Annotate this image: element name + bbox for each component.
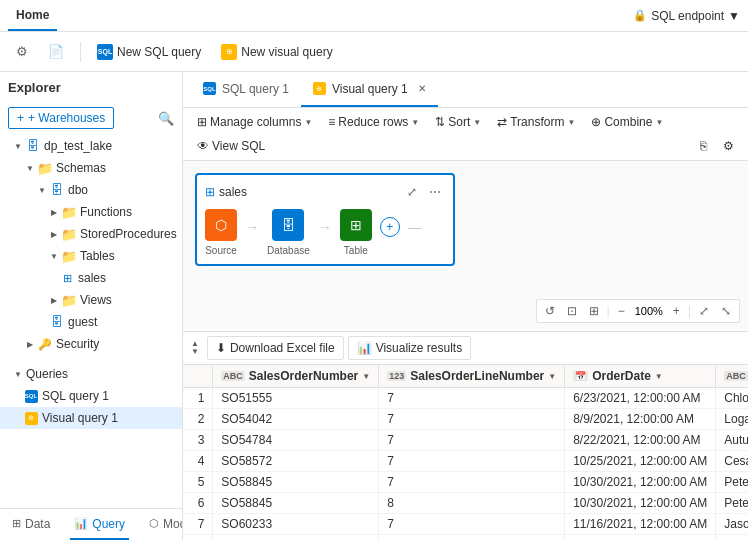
database-step-icon[interactable]: 🗄	[272, 209, 304, 241]
sort-icon[interactable]: ▼	[548, 372, 556, 381]
folder-icon: 📁	[62, 293, 76, 307]
new-sql-query-button[interactable]: SQL New SQL query	[89, 40, 209, 64]
settings-button[interactable]: ⚙	[8, 40, 36, 63]
chevron-down-icon: ▼	[24, 162, 36, 174]
download-excel-button[interactable]: ⬇ Download Excel file	[207, 336, 344, 360]
sort-button[interactable]: ⇅ Sort ▼	[429, 112, 487, 132]
row-number: 3	[183, 430, 213, 451]
sort-icon[interactable]: ▼	[655, 372, 663, 381]
row-number: 4	[183, 451, 213, 472]
add-step-button[interactable]: +	[380, 217, 400, 237]
add-warehouses-button[interactable]: + + Warehouses	[8, 107, 114, 129]
tree-item-dbo[interactable]: ▼ 🗄 dbo	[0, 179, 182, 201]
more-options-icon[interactable]: ⋯	[425, 183, 445, 201]
col-header-orderdate[interactable]: 📅 OrderDate ▼	[565, 365, 716, 388]
copy-icon: ⎘	[700, 139, 707, 153]
manage-columns-button[interactable]: ⊞ Manage columns ▼	[191, 112, 318, 132]
folder-icon: 📁	[62, 205, 76, 219]
search-icon[interactable]: 🔍	[158, 111, 174, 126]
fit-button[interactable]: ⊡	[563, 302, 581, 320]
home-tab[interactable]: Home	[8, 0, 57, 31]
row-number: 6	[183, 493, 213, 514]
col-header-customername[interactable]: ABC CustomerName ▼	[716, 365, 748, 388]
cell-customername: Autunin Li	[716, 430, 748, 451]
step-database: 🗄 Database	[267, 209, 310, 256]
collapse-arrows[interactable]: ▲ ▼	[191, 340, 199, 356]
expand-panel-button[interactable]: ⤡	[717, 302, 735, 320]
main-toolbar: ⚙ 📄 SQL New SQL query ⊕ New visual query	[0, 32, 748, 72]
tab-data[interactable]: ⊞ Data	[8, 509, 54, 540]
tab-model[interactable]: ⬡ Model	[145, 509, 183, 540]
tree-item-schemas[interactable]: ▼ 📁 Schemas	[0, 157, 182, 179]
collapse-down-icon[interactable]: ▼	[191, 348, 199, 356]
more-options-button[interactable]: ⎘	[694, 136, 713, 156]
combine-button[interactable]: ⊕ Combine ▼	[585, 112, 669, 132]
sort-icon[interactable]: ▼	[362, 372, 370, 381]
tree-item-sales[interactable]: ⊞ sales	[0, 267, 182, 289]
top-bar: Home 🔒 SQL endpoint ▼	[0, 0, 748, 32]
tree-item-views[interactable]: ▶ 📁 Views	[0, 289, 182, 311]
cell-orderdate: 10/30/2021, 12:00:00 AM	[565, 493, 716, 514]
col-header-salesorderlinenumber[interactable]: 123 SalesOrderLineNumber ▼	[379, 365, 565, 388]
sql-file-icon: SQL	[24, 389, 38, 403]
cell-salesordernumber: SO51555	[213, 388, 379, 409]
cell-salesorderlinenumber: 7	[379, 388, 565, 409]
transform-button[interactable]: ⇄ Transform ▼	[491, 112, 581, 132]
tree-item-dp-test-lake[interactable]: ▼ 🗄 dp_test_lake	[0, 135, 182, 157]
query-title: ⊞ sales	[205, 185, 247, 199]
chevron-down-icon: ▼	[304, 118, 312, 127]
new-visual-query-button[interactable]: ⊕ New visual query	[213, 40, 340, 64]
expand-icon[interactable]: ⤢	[403, 183, 421, 201]
chevron-down-icon: ▼	[411, 118, 419, 127]
col-header-salesordernumber[interactable]: ABC SalesOrderNumber ▼	[213, 365, 379, 388]
source-step-icon[interactable]: ⬡	[205, 209, 237, 241]
zoom-out-button[interactable]: −	[614, 302, 629, 320]
main-layout: Explorer + + Warehouses 🔍 ▼ 🗄 dp_test_la…	[0, 72, 748, 540]
sql-icon: SQL	[97, 44, 113, 60]
results-table-wrapper[interactable]: ABC SalesOrderNumber ▼ 123 SalesOrderLin…	[183, 365, 748, 540]
tree-section-queries[interactable]: ▼ Queries	[0, 363, 182, 385]
fullscreen-button[interactable]: ⤢	[695, 302, 713, 320]
query-icon: 📊	[74, 517, 88, 530]
type-icon-abc: ABC	[221, 371, 245, 381]
table-step-icon[interactable]: ⊞	[340, 209, 372, 241]
chevron-right-icon: ▶	[48, 228, 60, 240]
tree-item-sql-query-1[interactable]: SQL SQL query 1	[0, 385, 182, 407]
endpoint-indicator: 🔒 SQL endpoint ▼	[633, 9, 740, 23]
tree-item-security[interactable]: ▶ 🔑 Security	[0, 333, 182, 355]
cell-salesordernumber: SO58572	[213, 451, 379, 472]
layout-button[interactable]: ⊞	[585, 302, 603, 320]
zoom-separator: |	[607, 304, 610, 318]
tab-query[interactable]: 📊 Query	[70, 509, 129, 540]
close-tab-icon[interactable]: ✕	[418, 83, 426, 94]
tab-visual-query-1[interactable]: ⊕ Visual query 1 ✕	[301, 72, 438, 107]
tree-item-storedprocedures[interactable]: ▶ 📁 StoredProcedures	[0, 223, 182, 245]
new-page-button[interactable]: 📄	[40, 40, 72, 63]
chevron-down-icon: ▼	[12, 368, 24, 380]
undo-button[interactable]: ↺	[541, 302, 559, 320]
tree-item-guest[interactable]: 🗄 guest	[0, 311, 182, 333]
sql-tab-icon: SQL	[203, 82, 216, 95]
view-sql-button[interactable]: 👁 View SQL	[191, 136, 271, 156]
tree-item-tables[interactable]: ▼ 📁 Tables	[0, 245, 182, 267]
cell-customername: Jason Mitchell	[716, 514, 748, 535]
table-icon: ⊞	[60, 271, 74, 285]
cell-salesorderlinenumber: 8	[379, 493, 565, 514]
db-icon: 🗄	[50, 315, 64, 329]
tab-sql-query-1[interactable]: SQL SQL query 1	[191, 72, 301, 107]
visualize-results-button[interactable]: 📊 Visualize results	[348, 336, 471, 360]
settings-button[interactable]: ⚙	[717, 136, 740, 156]
data-icon: ⊞	[12, 517, 21, 530]
combine-icon: ⊕	[591, 115, 601, 129]
visual-icon: ⊕	[221, 44, 237, 60]
reduce-rows-button[interactable]: ≡ Reduce rows ▼	[322, 112, 425, 132]
query-box-body: ⬡ Source → 🗄 Database → ⊞ Table	[205, 209, 445, 256]
page-icon: 📄	[48, 44, 64, 59]
query-box-sales: ⊞ sales ⤢ ⋯ ⬡ Source →	[195, 173, 455, 266]
chevron-down-icon: ▼	[473, 118, 481, 127]
cell-salesorderlinenumber: 7	[379, 472, 565, 493]
zoom-in-button[interactable]: +	[669, 302, 684, 320]
tree-item-functions[interactable]: ▶ 📁 Functions	[0, 201, 182, 223]
tree-item-visual-query-1[interactable]: ⊕ Visual query 1	[0, 407, 182, 429]
visual-tab-icon: ⊕	[313, 82, 326, 95]
